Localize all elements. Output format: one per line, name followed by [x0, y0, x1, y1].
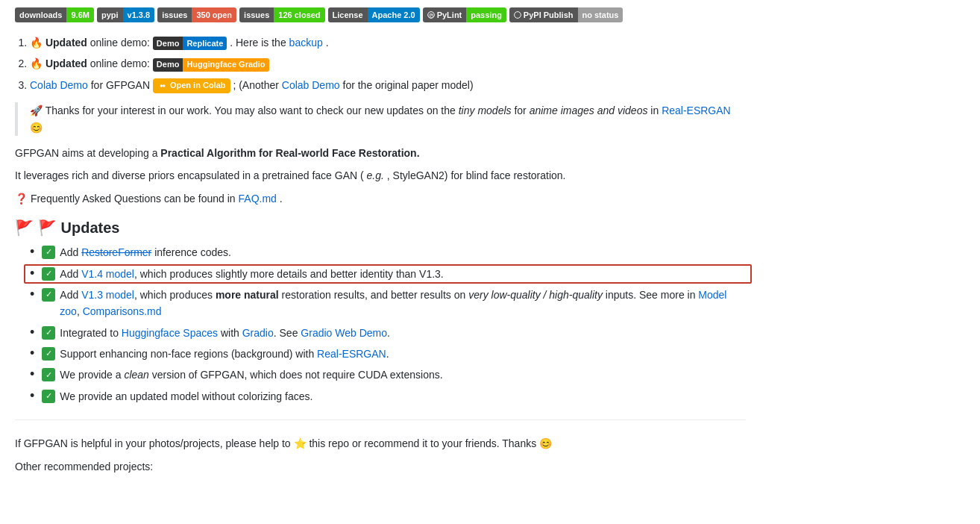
comparisons-link[interactable]: Comparisons.md: [83, 305, 162, 317]
bullet-7: •: [30, 388, 34, 405]
check-icon-3: ✓: [42, 288, 55, 302]
update-item-6: • ✓ We provide a clean version of GFPGAN…: [30, 367, 746, 383]
pypi-publish-badge[interactable]: PyPI Publish no status: [509, 7, 624, 22]
backup-link[interactable]: backup: [289, 37, 323, 49]
check-icon-6: ✓: [42, 368, 55, 381]
divider: [15, 419, 746, 420]
rocket-emoji: 🚀: [30, 105, 43, 116]
description-p2: It leverages rich and diverse priors enc…: [15, 167, 746, 184]
update-item-7: • ✓ We provide an updated model without …: [30, 388, 746, 405]
gradio-web-demo-link[interactable]: Gradio Web Demo: [301, 327, 387, 339]
anime-text: anime images and videos: [530, 105, 648, 116]
downloads-badge[interactable]: downloads 9.6M: [15, 7, 94, 22]
pypi-badge[interactable]: pypi v1.3.8: [97, 7, 154, 22]
list-item-3: Colab Demo for GFPGAN Open in Colab ; (A…: [30, 77, 746, 93]
huggingface-spaces-link[interactable]: Huggingface Spaces: [122, 327, 218, 339]
bullet-6: •: [30, 367, 34, 383]
bottom-section: If GFPGAN is helpful in your photos/proj…: [15, 435, 746, 475]
question-icon: ❓: [15, 193, 28, 205]
bullet-4: •: [30, 325, 34, 341]
faq-link[interactable]: FAQ.md: [239, 193, 277, 205]
bullet-5: •: [30, 346, 34, 362]
v13-model-link[interactable]: V1.3 model: [81, 289, 134, 301]
demo-replicate-badge[interactable]: Demo Replicate: [153, 37, 227, 50]
issues-closed-badge[interactable]: issues 126 closed: [239, 7, 325, 22]
faq-line: ❓ Frequently Asked Questions can be foun…: [15, 190, 746, 207]
colab-demo-link-1[interactable]: Colab Demo: [30, 79, 88, 91]
bottom-p1: If GFPGAN is helpful in your photos/proj…: [15, 435, 746, 452]
fire-emoji-2: 🔥: [30, 57, 45, 69]
flag-icon: 🚩: [15, 219, 34, 237]
list-item-1: 🔥 Updated online demo: Demo Replicate . …: [30, 34, 746, 51]
list-item-2: 🔥 Updated online demo: Demo Huggingface …: [30, 55, 746, 72]
license-badge[interactable]: License Apache 2.0: [328, 7, 420, 22]
tiny-models-text: tiny models: [459, 105, 512, 116]
svg-text:Ⓟ: Ⓟ: [429, 13, 434, 18]
update-item-1: • ✓ Add RestoreFormer inference codes.: [30, 244, 746, 261]
open-in-colab-button[interactable]: Open in Colab: [153, 78, 230, 93]
real-esrgan-link-1[interactable]: Real-ESRGAN: [662, 105, 731, 116]
demo-hugging-badge[interactable]: Demo Huggingface Gradio: [153, 58, 269, 72]
svg-point-2: [514, 12, 521, 19]
restoreformer-link[interactable]: RestoreFormer: [81, 246, 151, 258]
bullet-2: •: [30, 266, 34, 282]
updates-list: • ✓ Add RestoreFormer inference codes. •…: [30, 244, 746, 405]
updated-label-1: Updated: [45, 37, 87, 49]
svg-point-5: [163, 84, 166, 87]
main-content: downloads 9.6M pypi v1.3.8 issues 350 op…: [15, 7, 746, 475]
update-item-2: • ✓ Add V1.4 model, which produces sligh…: [30, 266, 746, 282]
gradio-link[interactable]: Gradio: [242, 327, 274, 339]
description-p1: GFPGAN aims at developing a Practical Al…: [15, 145, 746, 161]
issues-open-badge[interactable]: issues 350 open: [157, 7, 236, 22]
updates-heading: 🚩 🚩 Updates: [15, 219, 746, 237]
star-emoji: ⭐: [294, 437, 307, 449]
update-item-3: • ✓ Add V1.3 model, which produces more …: [30, 287, 746, 320]
check-icon-1: ✓: [42, 246, 55, 259]
v14-model-link[interactable]: V1.4 model: [81, 268, 134, 280]
bottom-p2: Other recommended projects:: [15, 458, 746, 475]
badges-row: downloads 9.6M pypi v1.3.8 issues 350 op…: [15, 7, 746, 22]
updated-label-2: Updated: [45, 57, 87, 69]
fire-emoji-1: 🔥: [30, 37, 45, 49]
check-icon-5: ✓: [42, 347, 55, 361]
pylint-badge[interactable]: Ⓟ PyLint passing: [423, 7, 506, 22]
bullet-1: •: [30, 244, 34, 261]
check-icon-4: ✓: [42, 326, 55, 340]
bullet-3: •: [30, 287, 34, 303]
check-icon-7: ✓: [42, 390, 55, 403]
blockquote: 🚀 Thanks for your interest in our work. …: [15, 102, 746, 136]
smile-emoji-2: 😊: [539, 437, 552, 449]
smile-emoji-1: 😊: [30, 122, 43, 134]
real-esrgan-link-2[interactable]: Real-ESRGAN: [317, 348, 386, 360]
svg-point-4: [160, 84, 163, 87]
update-item-4: • ✓ Integrated to Huggingface Spaces wit…: [30, 325, 746, 341]
colab-demo-link-2[interactable]: Colab Demo: [282, 79, 340, 91]
check-icon-2: ✓: [42, 267, 55, 281]
intro-list: 🔥 Updated online demo: Demo Replicate . …: [30, 34, 746, 93]
update-item-5: • ✓ Support enhancing non-face regions (…: [30, 346, 746, 362]
